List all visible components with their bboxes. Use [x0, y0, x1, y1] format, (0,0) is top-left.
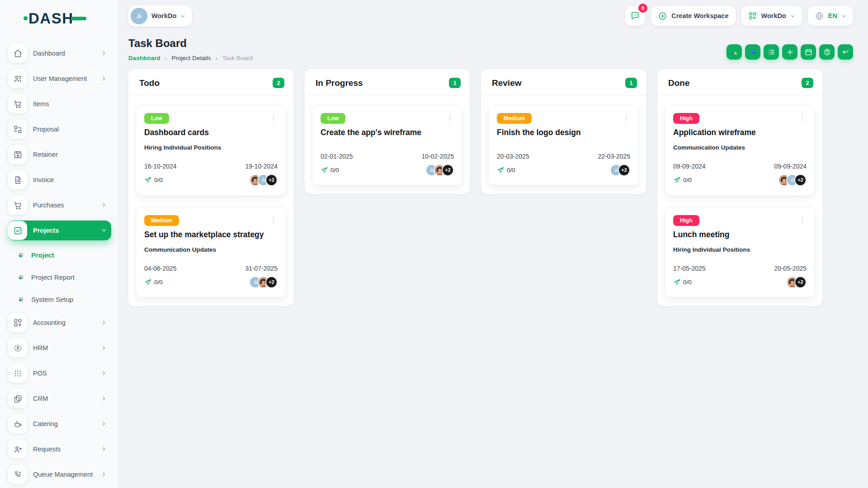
- sidebar-item-label: Invoice: [33, 176, 111, 183]
- task-title: Application wireframe: [673, 128, 807, 137]
- users-icon: [8, 69, 27, 88]
- task-end-date: 10-02-2025: [421, 153, 454, 160]
- task-end-date: 31-07-2025: [245, 265, 278, 272]
- sidebar-item-retainer[interactable]: Retainer: [8, 145, 111, 164]
- kebab-menu-icon[interactable]: [446, 113, 454, 123]
- cart-icon: [8, 94, 27, 113]
- chevron-down-icon: [790, 14, 795, 19]
- topbar: WorkDo 0 Create Workspace: [128, 5, 853, 26]
- sidebar-item-label: HRM: [33, 344, 101, 352]
- task-start-date: 16-10-2024: [144, 163, 177, 170]
- logo-dot-icon: [24, 16, 28, 20]
- create-workspace-button[interactable]: Create Workspace: [651, 6, 735, 26]
- globe-icon: [815, 11, 824, 21]
- task-title: Set up the marketplace strategy: [144, 230, 278, 239]
- sidebar-item-crm[interactable]: CRM: [8, 389, 111, 408]
- sidebar-item-requests[interactable]: Requests: [8, 439, 111, 459]
- sidebar-item-pos[interactable]: POS: [8, 363, 111, 383]
- logo-dash-icon: [71, 17, 86, 20]
- task-end-date: 19-10-2024: [245, 163, 278, 170]
- sidebar-item-catering[interactable]: Catering: [8, 414, 111, 434]
- task-card[interactable]: Low Dashboard cards Hiring Individual Po…: [136, 105, 286, 196]
- logo-text: DASH: [28, 11, 74, 26]
- kebab-menu-icon[interactable]: [798, 113, 807, 123]
- crm-icon: [8, 389, 27, 408]
- task-card[interactable]: Low Create the app's wireframe 02-01-202…: [312, 105, 462, 186]
- dots-grid-icon: [8, 364, 27, 383]
- extra-members-chip: +2: [265, 276, 278, 288]
- chevron-right-icon: [101, 51, 107, 56]
- task-end-date: 09-09-2024: [774, 163, 807, 170]
- sidebar-item-proposal[interactable]: Proposal: [8, 119, 111, 139]
- sidebar-item-queue-management[interactable]: Queue Management: [8, 465, 111, 484]
- task-card[interactable]: Medium Set up the marketplace strategy C…: [136, 207, 286, 298]
- submenu-item-project-report[interactable]: Project Report: [8, 268, 111, 286]
- task-start-date: 09-09-2024: [673, 163, 706, 170]
- list-icon: [767, 48, 776, 56]
- task-board: Todo 2 Low Dashboard cards Hiring Indivi…: [128, 69, 853, 306]
- retainer-icon: [8, 145, 27, 164]
- column-title: Review: [492, 78, 521, 88]
- chevron-right-icon: [101, 320, 107, 325]
- task-start-date: 17-05-2025: [673, 265, 706, 272]
- task-card[interactable]: High Lunch meeting Hiring Individual Pos…: [665, 207, 815, 298]
- kebab-menu-icon[interactable]: [269, 113, 278, 123]
- submenu-item-system-setup[interactable]: System Setup: [8, 290, 111, 308]
- kebab-menu-icon[interactable]: [269, 215, 278, 225]
- sidebar: DASH Dashboard User Management Items Pro…: [0, 0, 118, 488]
- breadcrumb-separator: ›: [216, 54, 218, 62]
- bullet-icon: [19, 297, 23, 301]
- extra-members-chip: +2: [794, 174, 807, 186]
- workspace-selector[interactable]: WorkDo: [128, 5, 192, 26]
- calendar-button[interactable]: [801, 44, 816, 60]
- sidebar-item-user-management[interactable]: User Management: [8, 69, 111, 89]
- chevron-right-icon: [101, 345, 107, 351]
- column-title: In Progress: [316, 78, 363, 88]
- language-selector[interactable]: EN: [808, 6, 853, 26]
- submenu-item-project[interactable]: Project: [8, 246, 111, 264]
- sidebar-item-accounting[interactable]: Accounting: [8, 313, 111, 333]
- column-count-badge: 1: [625, 78, 637, 88]
- sidebar-item-invoice[interactable]: Invoice: [8, 170, 111, 190]
- task-start-date: 20-03-2025: [497, 153, 529, 160]
- breadcrumb-project-details[interactable]: Project Details: [172, 55, 211, 61]
- chevron-right-icon: [101, 202, 107, 208]
- google-drive-icon: [730, 48, 739, 56]
- kebab-menu-icon[interactable]: [798, 215, 807, 225]
- sidebar-item-projects[interactable]: Projects: [8, 221, 111, 240]
- extra-members-chip: +2: [265, 174, 278, 186]
- add-task-button[interactable]: [782, 44, 797, 60]
- create-workspace-label: Create Workspace: [671, 12, 728, 19]
- task-card[interactable]: Medium Finish the logo design 20-03-2025…: [488, 105, 639, 186]
- list-view-button[interactable]: [764, 44, 779, 60]
- messages-button[interactable]: 0: [625, 6, 645, 26]
- breadcrumb-dashboard[interactable]: Dashboard: [128, 55, 160, 61]
- app-menu-button[interactable]: WorkDo: [741, 6, 802, 26]
- phone-icon: [8, 465, 27, 484]
- kebab-menu-icon[interactable]: [622, 113, 630, 123]
- google-drive-button[interactable]: [726, 44, 742, 60]
- proposal-icon: [8, 120, 27, 139]
- check-square-icon: [8, 221, 27, 240]
- sidebar-item-label: Accounting: [33, 319, 101, 326]
- back-button[interactable]: [838, 44, 853, 60]
- bullet-icon: [19, 275, 23, 279]
- calendar-icon: [804, 48, 813, 56]
- coffee-icon: [8, 414, 27, 433]
- sidebar-item-dashboard[interactable]: Dashboard: [8, 43, 111, 63]
- avatar-group: +2: [249, 276, 278, 288]
- task-card[interactable]: High Application wireframe Communication…: [665, 105, 815, 196]
- chevron-right-icon: [101, 421, 107, 427]
- onedrive-button[interactable]: [745, 44, 760, 60]
- app-logo[interactable]: DASH: [8, 6, 118, 30]
- board-column-review: Review 1 Medium Finish the logo design 2…: [481, 69, 646, 194]
- task-progress: 0/0: [144, 176, 163, 184]
- main-area: WorkDo 0 Create Workspace: [118, 0, 868, 488]
- sidebar-item-items[interactable]: Items: [8, 94, 111, 114]
- timer-button[interactable]: [819, 44, 835, 60]
- task-start-date: 02-01-2025: [321, 153, 353, 160]
- sidebar-item-purchases[interactable]: Purchases: [8, 195, 111, 215]
- sidebar-item-hrm[interactable]: HRM: [8, 338, 111, 358]
- priority-badge: High: [673, 113, 699, 124]
- sidebar-item-label: Requests: [33, 446, 101, 453]
